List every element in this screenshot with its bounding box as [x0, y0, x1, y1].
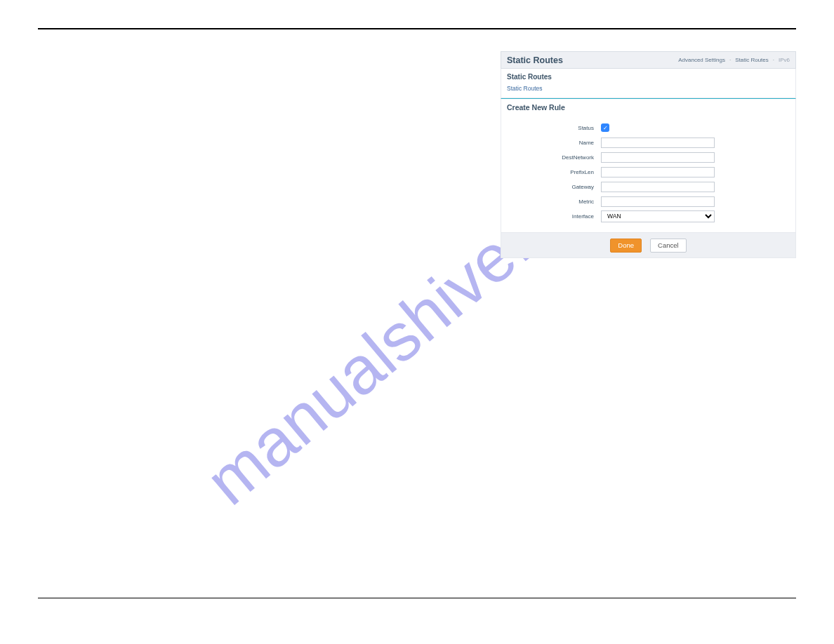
metric-input[interactable] — [601, 196, 715, 207]
sub-section: Static Routes Static Routes — [501, 69, 796, 98]
breadcrumb-advanced-settings[interactable]: Advanced Settings — [678, 57, 725, 63]
prefixlen-input[interactable] — [601, 167, 715, 177]
breadcrumb-static-routes[interactable]: Static Routes — [735, 57, 769, 63]
breadcrumb-sep: · — [729, 57, 731, 63]
form-heading: Create New Rule — [501, 98, 796, 116]
breadcrumb-sep: · — [773, 57, 774, 63]
label-metric: Metric — [501, 199, 601, 205]
cancel-button[interactable]: Cancel — [650, 239, 687, 253]
interface-select[interactable]: WAN — [601, 210, 715, 222]
status-checkbox[interactable]: ✓ — [601, 123, 609, 132]
divider-top — [38, 28, 796, 29]
divider-bottom — [38, 598, 796, 598]
label-interface: Interface — [501, 213, 601, 220]
sub-section-title: Static Routes — [507, 73, 790, 81]
panel-header: Static Routes Advanced Settings · Static… — [501, 51, 796, 69]
label-status: Status — [501, 125, 601, 131]
form-body: Status ✓ Name DestNetwork PrefixLen Gate… — [501, 116, 796, 233]
static-routes-panel: Static Routes Advanced Settings · Static… — [501, 51, 796, 258]
breadcrumb-current: IPv6 — [779, 57, 790, 63]
label-destnetwork: DestNetwork — [501, 154, 601, 161]
destnetwork-input[interactable] — [601, 152, 715, 163]
label-gateway: Gateway — [501, 184, 601, 190]
label-name: Name — [501, 140, 601, 146]
button-bar: Done Cancel — [501, 233, 796, 258]
label-prefixlen: PrefixLen — [501, 169, 601, 175]
done-button[interactable]: Done — [610, 239, 642, 253]
gateway-input[interactable] — [601, 182, 715, 192]
breadcrumb: Advanced Settings · Static Routes · IPv6 — [678, 57, 790, 63]
name-input[interactable] — [601, 137, 715, 148]
sub-section-link[interactable]: Static Routes — [507, 85, 543, 92]
panel-title: Static Routes — [507, 55, 563, 65]
